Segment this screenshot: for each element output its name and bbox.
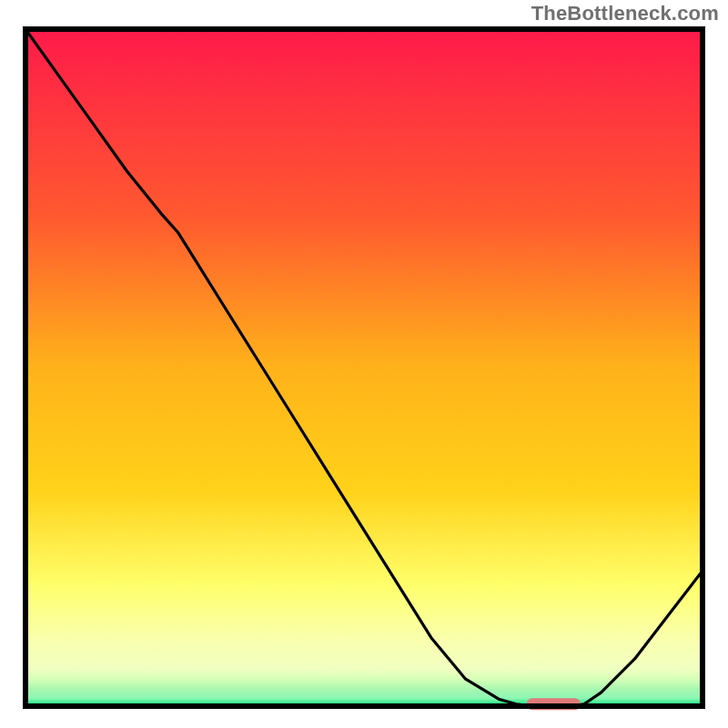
- watermark-text: TheBottleneck.com: [531, 2, 719, 25]
- chart-background: [25, 29, 703, 706]
- plot-area: [20, 24, 708, 712]
- chart-container: TheBottleneck.com: [0, 0, 728, 728]
- chart-svg: [20, 24, 708, 712]
